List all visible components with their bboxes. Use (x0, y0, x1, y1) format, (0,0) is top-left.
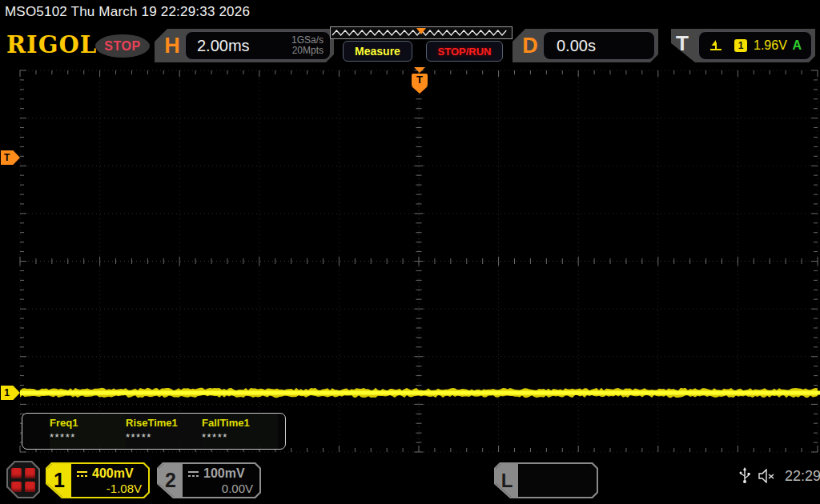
channel1-number-tab: 1 (47, 464, 71, 497)
channel2-status-box[interactable]: 2 100mV 0.00V (157, 462, 261, 498)
logic-row1: 0 1 2 3 4 5 6 7 (520, 494, 595, 504)
trigger-position-point-icon (412, 86, 428, 94)
measurement-item: Freq1 ***** (50, 414, 126, 449)
speaker-mute-icon (758, 469, 775, 483)
logic-channels-box[interactable]: L 0 1 2 3 4 5 6 7 8 9 10 11 12 13 14 15 (494, 462, 598, 498)
ch2-offset: 0.00V (187, 482, 253, 495)
trigger-position-marker[interactable]: T (412, 67, 428, 94)
menu-grid-icon (11, 468, 35, 492)
logic-label-tab: L (496, 464, 518, 497)
ch1-scale: 400mV (92, 466, 134, 481)
bottom-status-bar: 1 400mV -1.08V (0, 456, 820, 504)
clock: 22:29 (785, 468, 820, 485)
trigger-position-tick-icon (414, 67, 425, 73)
ch2-scale: 100mV (203, 466, 245, 481)
usb-icon (738, 467, 751, 485)
measurement-item: FallTime1 ***** (202, 414, 278, 449)
measurement-item: RiseTime1 ***** (126, 414, 202, 449)
ch1-dc-coupling-icon (76, 470, 88, 478)
measurement-results-panel[interactable]: Freq1 ***** RiseTime1 ***** FallTime1 **… (22, 413, 286, 450)
ch1-offset: -1.08V (76, 482, 142, 495)
channel2-number-tab: 2 (159, 464, 183, 497)
menu-button[interactable] (6, 461, 40, 498)
oscilloscope-screen: MSO5102 Thu March 19 22:29:33 2026 RIGOL… (0, 0, 820, 504)
channel1-status-box[interactable]: 1 400mV -1.08V (46, 462, 150, 498)
ch2-dc-coupling-icon (187, 470, 199, 478)
